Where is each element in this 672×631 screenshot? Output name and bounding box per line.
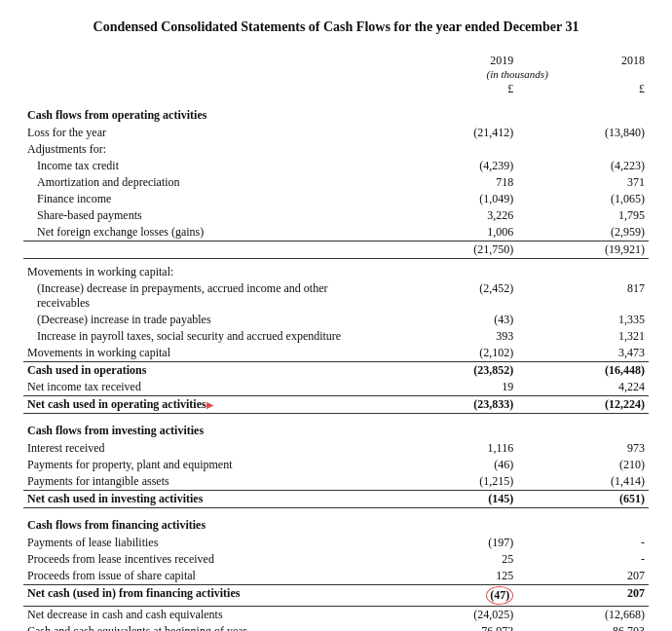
value-2019: 76,972 [386,623,517,631]
row-label: Net cash (used in) from financing activi… [23,585,386,607]
row-label: Cash and cash equivalents at beginning o… [23,623,386,631]
value-2018: 1,321 [517,328,649,345]
row-label: Movements in working capital [23,345,386,362]
value-2019: (23,833) [386,396,517,414]
row-label: Net cash used in operating activities ▶ [23,396,386,414]
table-row: (21,750)(19,921) [23,241,649,258]
value-2018: (13,840) [517,125,649,141]
value-2019: 125 [386,568,517,585]
value-2018: (4,223) [517,158,649,174]
table-row: Movements in working capital(2,102)3,473 [23,345,649,362]
value-2018: (12,224) [517,396,649,414]
row-label: Cash used in operations [23,362,386,380]
value-2019 [386,141,517,158]
value-2019: (2,452) [386,280,517,312]
value-2018: (2,959) [517,224,649,241]
table-row: Increase in payroll taxes, social securi… [23,328,649,345]
value-2019: (2,102) [386,345,517,362]
row-label: Share-based payments [23,207,386,224]
value-2019: (145) [386,491,517,508]
value-2019: (43) [386,312,517,328]
row-label: Interest received [23,440,386,457]
value-2018: (1,065) [517,191,649,207]
table-row: Finance income(1,049)(1,065) [23,191,649,207]
value-2018: 1,335 [517,312,649,328]
value-2019: (47) [386,585,517,607]
table-row: Proceeds from lease incentives received2… [23,551,649,568]
row-label: Income tax credit [23,158,386,174]
value-2019: (4,239) [386,158,517,174]
value-2018: (210) [517,457,649,473]
table-row: Net foreign exchange losses (gains)1,006… [23,224,649,241]
row-label: Net decrease in cash and cash equivalent… [23,607,386,624]
row-label: Adjustments for: [23,141,386,158]
value-2018: 86,703 [517,623,649,631]
section-heading: Cash flows from operating activities [23,98,649,125]
value-2019 [386,264,517,280]
table-row: (Increase) decrease in prepayments, accr… [23,280,649,312]
value-2018 [517,264,649,280]
row-label: (Decrease) increase in trade payables [23,312,386,328]
table-row: Amortization and depreciation718371 [23,174,649,191]
currency2: £ [517,80,649,98]
section-heading-label: Cash flows from operating activities [23,98,649,125]
value-2018: (1,414) [517,473,649,491]
column-headers: 2019 2018 [23,53,649,69]
value-2018: - [517,535,649,551]
table-row: Payments for property, plant and equipme… [23,457,649,473]
table-row: Proceeds from issue of share capital1252… [23,568,649,585]
value-2018 [517,141,649,158]
row-label: Net foreign exchange losses (gains) [23,224,386,241]
table-row: Payments of lease liabilities(197)- [23,535,649,551]
value-2019: 1,006 [386,224,517,241]
table-row: Net cash (used in) from financing activi… [23,585,649,607]
value-2018: 973 [517,440,649,457]
row-label: (Increase) decrease in prepayments, accr… [23,280,386,312]
value-2018: (16,448) [517,362,649,380]
year2-header: 2018 [517,53,649,69]
table-row: Cash used in operations(23,852)(16,448) [23,362,649,380]
row-label: Payments of lease liabilities [23,535,386,551]
value-2018: (12,668) [517,607,649,624]
row-label: Payments for property, plant and equipme… [23,457,386,473]
value-2018: 3,473 [517,345,649,362]
row-label: Finance income [23,191,386,207]
value-2019: (1,215) [386,473,517,491]
value-2018: 1,795 [517,207,649,224]
value-2019: (23,852) [386,362,517,380]
value-2019: (1,049) [386,191,517,207]
row-label: Net cash used in investing activities [23,491,386,508]
value-2019: (46) [386,457,517,473]
currency1: £ [386,80,517,98]
row-label: Movements in working capital: [23,264,386,280]
value-2018: 207 [517,568,649,585]
table-row: Net cash used in operating activities ▶(… [23,396,649,414]
thousands-label: (in thousands) [386,68,649,80]
table-row: Movements in working capital: [23,264,649,280]
subtitle-row: (in thousands) [23,68,649,80]
value-2019: (21,750) [386,241,517,258]
table-row: Net decrease in cash and cash equivalent… [23,607,649,624]
value-2019: 393 [386,328,517,345]
value-2019: 1,116 [386,440,517,457]
table-row: Payments for intangible assets(1,215)(1,… [23,473,649,491]
annotation-icon: ▶ [206,400,213,410]
row-label: Payments for intangible assets [23,473,386,491]
section-heading: Cash flows from financing activities [23,508,649,536]
report-title: Condensed Consolidated Statements of Cas… [23,18,649,37]
table-row: Adjustments for: [23,141,649,158]
table-row: Cash and cash equivalents at beginning o… [23,623,649,631]
section-heading-label: Cash flows from financing activities [23,508,649,536]
financial-table: 2019 2018 (in thousands) £ £ Cash flows … [23,53,649,631]
row-label: Proceeds from lease incentives received [23,551,386,568]
value-2019: 25 [386,551,517,568]
table-row: Loss for the year(21,412)(13,840) [23,125,649,141]
row-label: Net income tax received [23,379,386,396]
table-row: Share-based payments3,2261,795 [23,207,649,224]
value-2018: 4,224 [517,379,649,396]
section-heading-label: Cash flows from investing activities [23,414,649,441]
value-2018: 817 [517,280,649,312]
table-row: Income tax credit(4,239)(4,223) [23,158,649,174]
year1-header: 2019 [386,53,517,69]
table-row: (Decrease) increase in trade payables(43… [23,312,649,328]
